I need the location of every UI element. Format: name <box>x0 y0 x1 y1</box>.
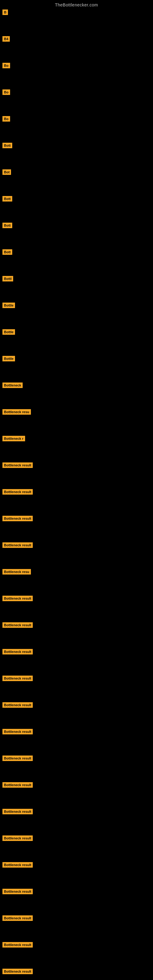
bottleneck-badge: Bottleneck result <box>2 969 33 974</box>
bottleneck-badge: B4 <box>2 36 10 41</box>
bottleneck-badge: Bottleneck result <box>2 889 33 894</box>
badge-item: Bottleneck result <box>2 755 33 761</box>
bottleneck-badge: Bottle <box>2 329 15 335</box>
bottleneck-badge: Bottleneck result <box>2 702 33 708</box>
badge-item: Bottleneck result <box>2 915 33 921</box>
bottleneck-badge: Bottleneck result <box>2 809 33 814</box>
bottleneck-badge: Bottleneck result <box>2 835 33 841</box>
bottleneck-badge: Bott <box>2 143 12 148</box>
bottleneck-badge: Bo <box>2 89 10 95</box>
badge-item: Bottleneck result <box>2 489 33 495</box>
bottleneck-badge: Bottleneck r <box>2 436 25 441</box>
badge-item: Bottl <box>2 275 13 282</box>
bottleneck-badge: Bottleneck result <box>2 942 33 948</box>
badge-item: Bottleneck result <box>2 595 33 601</box>
badge-item: Bottleneck result <box>2 542 33 548</box>
bottleneck-badge: Bottleneck result <box>2 596 33 601</box>
bottleneck-badge: Bot <box>2 169 11 175</box>
bottleneck-badge: Bo <box>2 116 10 122</box>
bottleneck-badge: Bottle <box>2 356 15 361</box>
bottleneck-badge: B <box>2 10 8 15</box>
badge-item: B <box>2 9 8 15</box>
badge-item: B4 <box>2 36 10 41</box>
badge-item: Bottle <box>2 356 15 361</box>
badge-item: Bo <box>2 116 10 122</box>
badge-item: Bottleneck result <box>2 729 33 734</box>
badge-item: Bottleneck result <box>2 808 33 814</box>
badge-item: Bottleneck result <box>2 622 33 628</box>
bottleneck-badge: Bottleneck result <box>2 542 33 548</box>
bottleneck-badge: Bo <box>2 63 10 68</box>
badge-item: Bottleneck resu <box>2 409 31 415</box>
badge-item: Bottleneck resu <box>2 569 31 574</box>
bottleneck-badge: Bottleneck resu <box>2 569 31 574</box>
badge-item: Bottleneck result <box>2 835 33 841</box>
badge-item: Bott <box>2 142 12 148</box>
badge-item: Bottleneck result <box>2 862 33 868</box>
badge-item: Bottleneck result <box>2 675 33 681</box>
badge-item: Bottleneck result <box>2 942 33 948</box>
bottleneck-badge: Bottleneck result <box>2 782 33 788</box>
bottleneck-badge: Bottleneck result <box>2 489 33 495</box>
bottleneck-badge: Bottleneck result <box>2 729 33 734</box>
bottleneck-badge: Bottleneck <box>2 382 22 388</box>
site-title: TheBottlenecker.com <box>0 0 153 9</box>
bottleneck-badge: Bott <box>2 196 12 202</box>
badge-item: Bott <box>2 196 12 202</box>
bottleneck-badge: Bottleneck result <box>2 463 33 468</box>
bottleneck-badge: Bottleneck result <box>2 915 33 921</box>
badge-item: Bottle <box>2 329 15 335</box>
badge-item: Bottleneck result <box>2 888 33 894</box>
bottleneck-badge: Bottleneck result <box>2 756 33 761</box>
badge-item: Bott <box>2 222 12 228</box>
bottleneck-badge: Bott <box>2 223 12 228</box>
badge-item: Bo <box>2 89 10 95</box>
bottleneck-badge: Bottleneck result <box>2 649 33 654</box>
badge-item: Bottleneck result <box>2 702 33 708</box>
bottleneck-badge: Bott <box>2 249 12 255</box>
badge-item: Bottle <box>2 302 15 308</box>
badge-item: Bottleneck result <box>2 782 33 788</box>
bottleneck-badge: Bottleneck resu <box>2 409 31 415</box>
badge-item: Bot <box>2 169 11 175</box>
badge-item: Bottleneck result <box>2 515 33 521</box>
bottleneck-badge: Bottleneck result <box>2 622 33 628</box>
badge-item: Bottleneck r <box>2 436 25 441</box>
bottleneck-badge: Bottleneck result <box>2 516 33 521</box>
bottleneck-badge: Bottleneck result <box>2 862 33 868</box>
bottleneck-badge: Bottle <box>2 302 15 308</box>
badge-item: Bottleneck result <box>2 649 33 654</box>
badge-item: Bo <box>2 62 10 68</box>
badge-item: Bottleneck <box>2 382 22 388</box>
badge-item: Bottleneck result <box>2 968 33 974</box>
badge-item: Bottleneck result <box>2 462 33 468</box>
bottleneck-badge: Bottl <box>2 276 13 282</box>
bottleneck-badge: Bottleneck result <box>2 676 33 681</box>
badge-item: Bott <box>2 249 12 255</box>
